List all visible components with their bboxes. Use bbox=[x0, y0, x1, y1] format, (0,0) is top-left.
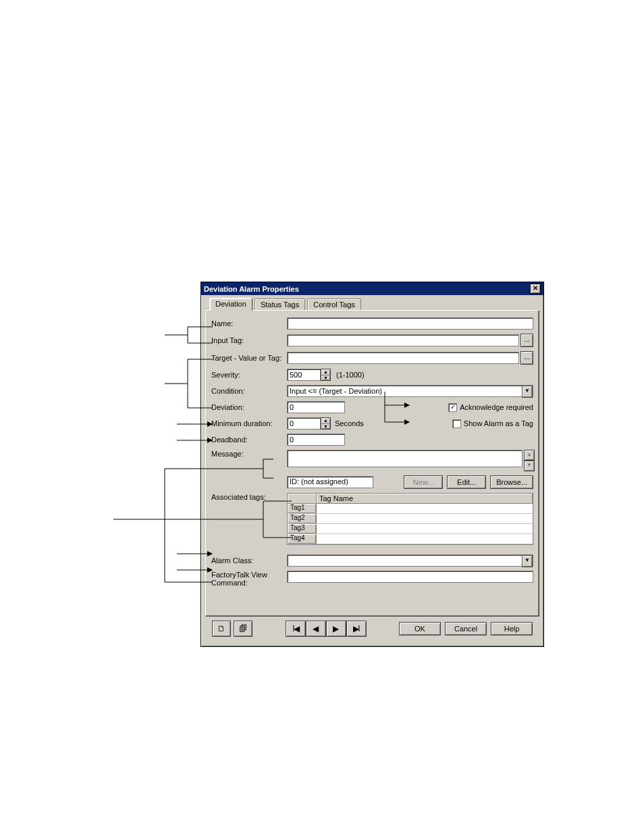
min-duration-up-icon[interactable]: ▲ bbox=[321, 418, 330, 424]
message-label: Message: bbox=[211, 450, 287, 458]
tab-deviation[interactable]: Deviation bbox=[209, 298, 252, 311]
nav-last-button[interactable]: ▶I bbox=[346, 621, 367, 637]
severity-input[interactable] bbox=[287, 369, 321, 381]
table-row: Tag1 bbox=[288, 504, 533, 514]
deviation-alarm-dialog: Deviation Alarm Properties ✕ Deviation S… bbox=[200, 282, 544, 647]
associated-tags-label: Associated tags: bbox=[211, 493, 287, 501]
dialog-title: Deviation Alarm Properties bbox=[204, 285, 299, 293]
new-record-button[interactable]: 🗋 bbox=[212, 621, 231, 637]
ft-command-label: FactoryTalk View Command: bbox=[211, 571, 287, 587]
ack-required-checkbox[interactable]: ✓ Acknowledge required bbox=[448, 403, 533, 412]
deviation-label: Deviation: bbox=[211, 403, 287, 411]
grid-cell[interactable] bbox=[317, 514, 533, 523]
condition-combo[interactable] bbox=[287, 385, 533, 397]
nav-first-button[interactable]: I◀ bbox=[286, 621, 306, 637]
ok-button[interactable]: OK bbox=[399, 622, 441, 635]
associated-tags-grid[interactable]: Tag Name Tag1 Tag2 Tag3 Tag4 bbox=[287, 493, 533, 545]
input-tag-label: Input Tag: bbox=[211, 336, 287, 344]
grid-rowheader: Tag2 bbox=[288, 514, 317, 523]
grid-header-tagname: Tag Name bbox=[317, 494, 533, 503]
min-duration-label: Minimum duration: bbox=[211, 419, 287, 427]
tab-page-deviation: Name: Input Tag: ... Target - Value or T… bbox=[205, 310, 539, 617]
message-edit-button[interactable]: Edit... bbox=[447, 475, 486, 489]
deadband-label: Deadband: bbox=[211, 436, 287, 444]
condition-label: Condition: bbox=[211, 387, 287, 395]
target-input[interactable] bbox=[287, 352, 519, 364]
name-input[interactable] bbox=[287, 317, 533, 330]
input-tag-browse-button[interactable]: ... bbox=[520, 334, 533, 347]
grid-rowheader: Tag3 bbox=[288, 524, 317, 533]
message-browse-button[interactable]: Browse... bbox=[490, 475, 533, 489]
tab-status-tags[interactable]: Status Tags bbox=[254, 298, 305, 311]
message-id-display: ID: (not assigned) bbox=[287, 476, 373, 488]
message-textarea[interactable] bbox=[287, 450, 522, 467]
grid-cell[interactable] bbox=[317, 504, 533, 513]
grid-cell[interactable] bbox=[317, 534, 533, 544]
nav-prev-button[interactable]: ◀ bbox=[306, 621, 326, 637]
grid-corner bbox=[288, 494, 317, 503]
deviation-input[interactable] bbox=[287, 401, 345, 413]
show-as-tag-check-icon bbox=[452, 419, 461, 428]
ack-required-label: Acknowledge required bbox=[460, 403, 533, 411]
dialog-button-bar: 🗋 🗐 I◀ ◀ ▶ ▶I OK Cancel Help bbox=[205, 617, 539, 642]
grid-rowheader: Tag1 bbox=[288, 504, 317, 513]
nav-next-button[interactable]: ▶ bbox=[326, 621, 346, 637]
min-duration-input[interactable] bbox=[287, 417, 321, 429]
cancel-button[interactable]: Cancel bbox=[445, 622, 487, 635]
table-row: Tag3 bbox=[288, 524, 533, 534]
deadband-input[interactable] bbox=[287, 434, 345, 446]
alarm-class-dropdown-icon[interactable]: ▼ bbox=[522, 555, 533, 567]
severity-label: Severity: bbox=[211, 371, 287, 379]
severity-range-label: (1-1000) bbox=[336, 371, 365, 379]
close-icon[interactable]: ✕ bbox=[530, 284, 541, 294]
record-nav-group: I◀ ◀ ▶ ▶I bbox=[286, 621, 367, 637]
tab-strip: Deviation Status Tags Control Tags bbox=[209, 298, 539, 310]
ack-required-check-icon: ✓ bbox=[448, 403, 457, 412]
table-row: Tag2 bbox=[288, 514, 533, 524]
seconds-label: Seconds bbox=[335, 419, 364, 427]
target-label: Target - Value or Tag: bbox=[211, 354, 287, 362]
titlebar: Deviation Alarm Properties ✕ bbox=[201, 282, 543, 295]
alarm-class-combo[interactable] bbox=[287, 554, 533, 567]
table-row: Tag4 bbox=[288, 534, 533, 544]
copy-document-icon: 🗐 bbox=[239, 624, 247, 633]
min-duration-down-icon[interactable]: ▼ bbox=[321, 424, 330, 429]
show-as-tag-label: Show Alarm as a Tag bbox=[464, 419, 533, 427]
condition-dropdown-icon[interactable]: ▼ bbox=[522, 386, 533, 398]
name-label: Name: bbox=[211, 319, 287, 328]
last-icon: ▶I bbox=[353, 624, 358, 633]
input-tag-input[interactable] bbox=[287, 334, 519, 346]
message-new-button[interactable]: New... bbox=[404, 475, 443, 489]
prev-icon: ◀ bbox=[313, 624, 319, 633]
grid-cell[interactable] bbox=[317, 524, 533, 533]
next-icon: ▶ bbox=[333, 624, 339, 633]
message-scroll-down-icon[interactable]: ▼ bbox=[524, 461, 535, 471]
grid-rowheader: Tag4 bbox=[288, 534, 317, 544]
show-as-tag-checkbox[interactable]: Show Alarm as a Tag bbox=[452, 419, 533, 428]
help-button[interactable]: Help bbox=[491, 622, 533, 635]
min-duration-spinner[interactable]: ▲ ▼ bbox=[287, 417, 331, 429]
target-browse-button[interactable]: ... bbox=[520, 351, 533, 365]
copy-record-button[interactable]: 🗐 bbox=[234, 621, 252, 637]
severity-spinner[interactable]: ▲ ▼ bbox=[287, 369, 331, 381]
ft-command-input[interactable] bbox=[287, 571, 533, 583]
tab-control-tags[interactable]: Control Tags bbox=[307, 298, 361, 311]
first-icon: I◀ bbox=[292, 624, 298, 633]
message-scroll-up-icon[interactable]: ▲ bbox=[524, 450, 535, 461]
severity-down-icon[interactable]: ▼ bbox=[321, 375, 330, 381]
alarm-class-label: Alarm Class: bbox=[211, 556, 287, 565]
severity-up-icon[interactable]: ▲ bbox=[321, 369, 330, 375]
new-document-icon: 🗋 bbox=[217, 624, 225, 633]
